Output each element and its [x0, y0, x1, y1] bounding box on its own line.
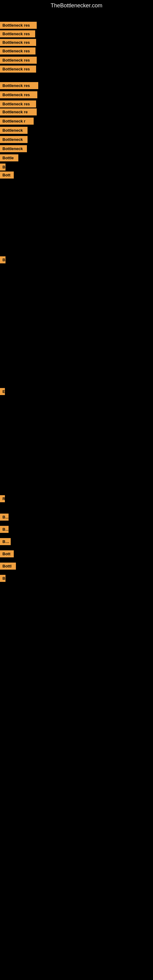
bottleneck-button-btn19[interactable]: E: [0, 388, 5, 395]
bottleneck-button-btn8[interactable]: Bottleneck res: [0, 91, 37, 98]
bottleneck-button-btn26[interactable]: B: [0, 575, 5, 582]
bottleneck-button-btn22[interactable]: Bo: [0, 526, 9, 533]
bottleneck-button-btn3[interactable]: Bottleneck res: [0, 39, 36, 46]
bottleneck-button-btn23[interactable]: Bot: [0, 538, 11, 545]
bottleneck-button-btn25[interactable]: Bottl: [0, 563, 16, 570]
bottleneck-button-btn21[interactable]: Bo: [0, 514, 9, 520]
bottleneck-button-btn7[interactable]: Bottleneck res: [0, 82, 38, 89]
bottleneck-button-btn18[interactable]: B: [0, 256, 5, 263]
bottleneck-button-btn15[interactable]: Bottle: [0, 154, 18, 161]
bottleneck-button-btn6[interactable]: Bottleneck res: [0, 65, 36, 73]
bottleneck-button-btn10[interactable]: Bottleneck re: [0, 108, 37, 115]
bottleneck-button-btn9[interactable]: Bottleneck res: [0, 100, 36, 108]
bottleneck-button-btn11[interactable]: Bottleneck r: [0, 118, 33, 125]
bottleneck-button-btn13[interactable]: Bottleneck: [0, 136, 27, 143]
bottleneck-button-btn4[interactable]: Bottleneck res: [0, 48, 35, 54]
site-title: TheBottlenecker.com: [0, 0, 153, 11]
bottleneck-button-btn16[interactable]: B: [0, 164, 5, 170]
bottleneck-button-btn17[interactable]: Bott: [0, 172, 14, 178]
bottleneck-button-btn12[interactable]: Bottleneck: [0, 127, 27, 134]
bottleneck-button-btn14[interactable]: Bottleneck: [0, 145, 27, 152]
bottleneck-button-btn24[interactable]: Bott: [0, 550, 14, 557]
bottleneck-button-btn5[interactable]: Bottleneck res: [0, 57, 37, 64]
bottleneck-button-btn20[interactable]: R: [0, 495, 5, 502]
bottleneck-button-btn2[interactable]: Bottleneck res: [0, 30, 35, 37]
bottleneck-button-btn1[interactable]: Bottleneck res: [0, 22, 37, 29]
